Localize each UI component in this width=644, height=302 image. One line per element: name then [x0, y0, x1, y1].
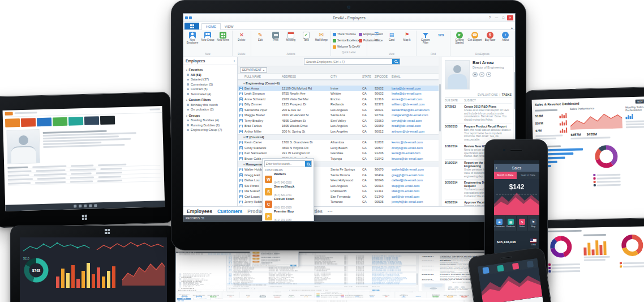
employee-table[interactable]	[4, 161, 164, 186]
search-input[interactable]	[304, 60, 392, 63]
module-nav-item[interactable]: Employees	[179, 253, 203, 254]
module-nav-item[interactable]: Products	[236, 253, 256, 254]
getting-started-button[interactable]: Getting Started	[428, 292, 442, 297]
tile-icon[interactable]	[497, 265, 504, 271]
group-row-label[interactable]: Management (Count=8)	[233, 265, 268, 266]
delete-button[interactable]: Delete	[234, 31, 249, 52]
tile-icon[interactable]	[482, 267, 489, 274]
contact-icon[interactable]: ⚑	[461, 287, 465, 288]
group-by-panel[interactable]: DEPARTMENT ▲	[238, 66, 441, 74]
table-row[interactable]: Brad Farkus 1605 Woods Drive Los Angeles…	[238, 124, 441, 129]
table-row[interactable]: Maggie Boxter 3101 W Harvard St Santa An…	[238, 113, 441, 118]
meeting-button[interactable]: Meeting	[284, 31, 298, 52]
about-button[interactable]: About	[498, 31, 513, 52]
ribbon-collapse-icon[interactable]: ▴	[511, 25, 513, 29]
tab-tasks[interactable]: TASKS	[502, 93, 512, 96]
toolbar-icon[interactable]	[79, 205, 81, 207]
left-app-toolbar[interactable]	[5, 201, 165, 211]
quick-access-toolbar[interactable]	[178, 300, 184, 301]
sidebar-item[interactable]: Engineering Group (7)	[176, 273, 226, 274]
quick-letter-item[interactable]: Probation Notice	[341, 295, 364, 296]
quick-letter-item[interactable]: Employee Award	[341, 296, 364, 298]
column-header[interactable]: FULL NAME	[244, 75, 282, 78]
module-nav-item[interactable]: •••	[328, 210, 333, 213]
tab-evaluations[interactable]: EVALUATIONS	[453, 282, 471, 282]
sidebar-item[interactable]: Bowling Buddies (4)	[176, 275, 226, 277]
help-button[interactable]: ?	[487, 15, 493, 20]
sidebar-item[interactable]: Salaried (37)	[176, 286, 226, 287]
contact-icon[interactable]: ☎	[448, 287, 452, 288]
module-nav-item[interactable]: Customers	[208, 253, 231, 254]
table-row[interactable]: Kevin Carter 1700 S. Grandview Dr Alhamb…	[238, 140, 441, 146]
tile[interactable]	[5, 118, 20, 127]
table-row[interactable]: Stu Pizaro 527 W 7th St Los Angeles CA 9…	[227, 260, 418, 261]
phone-nav-tile[interactable]: ▦ Products	[505, 216, 517, 231]
column-header[interactable]: CITY	[330, 75, 362, 78]
toolbar-icon[interactable]	[74, 205, 76, 207]
popup-search-box[interactable]	[264, 160, 312, 167]
table-row[interactable]: Ken Samuelson 331 W Lexington Dr Glendal…	[238, 151, 441, 156]
customer-list-item[interactable]: S StereoShack(817) 820-0741	[263, 185, 314, 198]
help-button[interactable]: ?	[461, 300, 467, 301]
tab-view[interactable]: VIEW	[211, 298, 227, 299]
search-box[interactable]	[289, 290, 380, 291]
month-to-date-button[interactable]: Month to Date	[494, 172, 517, 179]
ribbon-tabs[interactable]: HOME VIEW ▴	[183, 22, 515, 30]
search-button[interactable]	[372, 290, 379, 291]
custom-filter-button[interactable]: Custom Filter	[397, 292, 410, 297]
sidebar-collapse-icon[interactable]: ‹	[234, 59, 235, 63]
card-view-button[interactable]: Card	[384, 31, 399, 52]
contact-icon[interactable]: ✉	[479, 72, 484, 77]
column-header[interactable]: ZIPCODE	[375, 75, 392, 78]
table-row[interactable]: Management (Count=8)	[227, 265, 418, 266]
sidebar-item[interactable]: All (51)	[183, 73, 237, 78]
table-row[interactable]: Leah Simpson 8755 Newlin Ave Whittier CA…	[227, 282, 418, 283]
table-row[interactable]: Engineering (Count=9)	[238, 80, 441, 86]
table-row[interactable]: Cindy Stanwick 4600 N Virginia Rd Long B…	[238, 145, 441, 151]
table-row[interactable]: Maggie Boxter 3101 W Harvard St Santa An…	[227, 277, 418, 278]
popup-search-input[interactable]	[252, 265, 290, 266]
file-menu-button[interactable]	[177, 298, 191, 300]
module-nav-item[interactable]: Customers	[217, 209, 242, 214]
titlebar[interactable]: DevAV - Employees ? — □ ✕	[176, 300, 488, 302]
list-view-button[interactable]: List	[369, 31, 384, 52]
sidebar-item[interactable]: Contract (5)	[176, 283, 226, 284]
getting-started-button[interactable]: Getting Started	[452, 31, 467, 52]
contact-icon[interactable]: ✉	[454, 287, 459, 288]
popup-search-input[interactable]	[265, 163, 305, 165]
tab-home[interactable]: HOME	[193, 298, 211, 300]
sidebar-item[interactable]: Contract (5)	[183, 87, 237, 92]
toolbar-icon[interactable]	[89, 205, 92, 207]
year-to-date-button[interactable]: Year to Date	[517, 172, 539, 179]
sidebar-item[interactable]: Commission (5)	[183, 82, 237, 87]
task-button[interactable]: Task	[299, 31, 314, 52]
search-box[interactable]	[304, 58, 400, 65]
tile-icon[interactable]	[512, 262, 519, 269]
table-row[interactable]: Leah Simpson 8755 Newlin Ave Whittier CA…	[238, 91, 441, 97]
column-headers[interactable]: FULL NAME ADDRESS CITY STATE ZIPCODE EMA…	[227, 286, 418, 287]
minimize-button[interactable]: —	[467, 300, 473, 301]
table-row[interactable]: Brad Farkus 1605 Woods Drive Los Angeles…	[227, 274, 418, 275]
buy-now-button[interactable]: Buy Now	[457, 292, 471, 297]
group-row-label[interactable]: Engineering (Count=9)	[233, 284, 267, 285]
buy-now-button[interactable]: Buy Now	[483, 31, 497, 52]
phone-nav-tile[interactable]: ⚑ Map	[528, 216, 539, 231]
quick-letter-item[interactable]: Welcome To DevAV	[316, 293, 340, 295]
new-group-button[interactable]: New Group	[200, 31, 215, 52]
meeting-button[interactable]: Meeting	[270, 292, 284, 297]
table-row[interactable]: Bart Arnaz 12109 Old Myford Rd Irvine CA…	[227, 283, 418, 284]
table-row[interactable]: Arthur Miller 200 N. Spring St Los Angel…	[227, 273, 418, 274]
mail-merge-button[interactable]: Mail Merge	[314, 31, 329, 52]
tile[interactable]	[53, 117, 67, 126]
get-support-button[interactable]: Get Support	[467, 31, 482, 52]
table-row[interactable]: Billy Zimmer 1325 Prospect Dr Redlands C…	[227, 279, 418, 280]
table-row[interactable]: Terry Bradley 4595 Cochran St Simi Valle…	[238, 118, 441, 124]
toolbar-icon[interactable]	[94, 204, 97, 207]
sidebar-item[interactable]: Terminated (4)	[183, 92, 237, 97]
sidebar-item[interactable]: Running Buddies (3)	[176, 274, 226, 275]
group-row-label[interactable]: IT (Count=4)	[243, 135, 264, 139]
table-row[interactable]: Engineering (Count=9)	[227, 284, 418, 286]
task-item[interactable]: 3/7/2013 Create 2013 R&D Plans Create 20…	[445, 104, 512, 124]
sidebar-item[interactable]: On probation (2)	[183, 107, 237, 112]
sidebar-item[interactable]: Birthday this month	[183, 103, 237, 108]
